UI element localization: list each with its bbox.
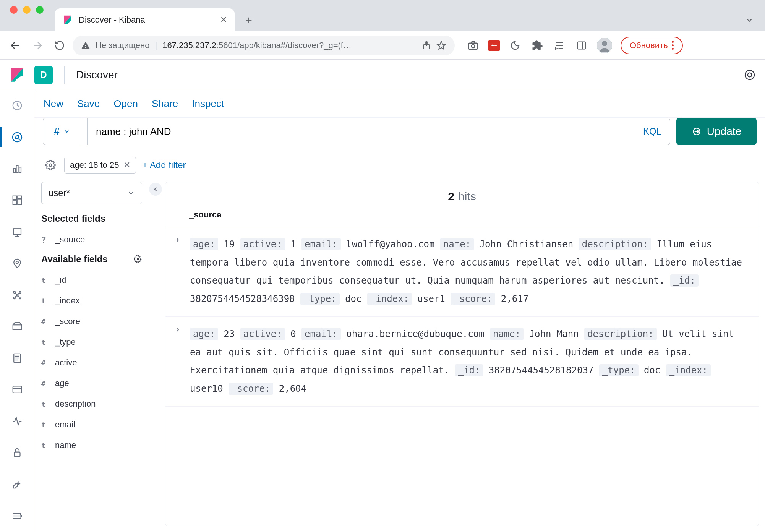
- nav-visualize-icon[interactable]: [8, 160, 26, 177]
- nav-dashboard-icon[interactable]: [8, 192, 26, 209]
- bookmark-star-icon[interactable]: [436, 41, 446, 50]
- space-switcher[interactable]: D: [34, 66, 53, 84]
- svg-point-35: [13, 291, 15, 293]
- column-header-source[interactable]: _source: [165, 204, 759, 227]
- expand-doc-icon[interactable]: [175, 325, 182, 398]
- kibana-favicon-icon: [63, 15, 73, 25]
- query-language-toggle[interactable]: KQL: [643, 126, 661, 137]
- query-input-wrapper[interactable]: KQL: [87, 118, 670, 145]
- field-name: _score: [55, 316, 80, 326]
- svg-point-22: [13, 133, 22, 142]
- field-item[interactable]: #age: [41, 373, 142, 394]
- filter-pill-age[interactable]: age: 18 to 25 ✕: [64, 157, 136, 174]
- nav-maps-icon[interactable]: [8, 255, 26, 272]
- field-item[interactable]: #_score: [41, 311, 142, 332]
- field-item[interactable]: tname: [41, 435, 142, 456]
- collapse-sidebar-button[interactable]: [149, 183, 162, 196]
- field-name: active: [55, 358, 77, 368]
- toolbar-inspect[interactable]: Inspect: [192, 98, 224, 110]
- add-filter-button[interactable]: + Add filter: [142, 160, 186, 170]
- nav-discover-icon[interactable]: [8, 129, 26, 146]
- svg-line-40: [15, 293, 16, 294]
- nav-logs-icon[interactable]: [8, 350, 26, 367]
- query-input[interactable]: [96, 126, 643, 138]
- field-type-icon: #: [41, 318, 50, 326]
- nav-recent-icon[interactable]: [8, 97, 26, 114]
- svg-rect-24: [13, 169, 15, 172]
- field-type-icon: t: [41, 297, 50, 305]
- fields-panel: user* Selected fields ?_source Available…: [34, 180, 149, 532]
- news-feed-icon[interactable]: [744, 69, 756, 81]
- query-bar: # KQL Update: [34, 118, 765, 152]
- browser-update-button[interactable]: Обновить: [621, 37, 683, 54]
- crescent-extension-icon[interactable]: [508, 39, 522, 52]
- fields-settings-icon[interactable]: [134, 255, 142, 263]
- kibana-logo-icon[interactable]: [0, 67, 34, 83]
- results-panel: 2hits _source age: 19 active: 1 email: l…: [165, 182, 759, 526]
- filter-bar: age: 18 to 25 ✕ + Add filter: [34, 157, 765, 180]
- toolbar-new[interactable]: New: [44, 98, 63, 110]
- tab-close-icon[interactable]: ✕: [220, 15, 227, 25]
- field-item[interactable]: t_index: [41, 290, 142, 311]
- profile-avatar[interactable]: [597, 38, 612, 53]
- field-item[interactable]: tdescription: [41, 394, 142, 414]
- expand-doc-icon[interactable]: [175, 235, 182, 308]
- nav-ml-icon[interactable]: [8, 286, 26, 303]
- field-type-icon: t: [41, 421, 50, 429]
- nav-siem-icon[interactable]: [8, 444, 26, 461]
- update-button[interactable]: Update: [676, 118, 757, 145]
- close-window-button[interactable]: [10, 6, 18, 14]
- not-secure-icon: [81, 41, 90, 50]
- reload-button[interactable]: [50, 36, 69, 55]
- nav-uptime-icon[interactable]: [8, 413, 26, 430]
- field-item[interactable]: t_type: [41, 332, 142, 352]
- remove-filter-icon[interactable]: ✕: [123, 160, 130, 170]
- filter-settings-icon[interactable]: [43, 157, 58, 173]
- nav-canvas-icon[interactable]: [8, 223, 26, 240]
- svg-line-43: [18, 296, 19, 297]
- browser-tab-strip: Discover - Kibana ✕: [0, 0, 765, 31]
- minimize-window-button[interactable]: [23, 6, 31, 14]
- field-item[interactable]: ?_source: [41, 229, 142, 250]
- back-button[interactable]: [6, 36, 24, 55]
- maximize-window-button[interactable]: [36, 6, 44, 14]
- reading-list-icon[interactable]: [553, 39, 566, 52]
- field-name: description: [55, 399, 96, 409]
- index-pattern-select[interactable]: user*: [41, 182, 142, 204]
- hits-count: 2hits: [165, 182, 759, 204]
- field-type-icon: #: [41, 380, 50, 388]
- toolbar-share[interactable]: Share: [152, 98, 178, 110]
- svg-point-20: [748, 73, 752, 77]
- nav-apm-icon[interactable]: [8, 381, 26, 398]
- url-text: 167.235.237.2:5601/app/kibana#/discover?…: [162, 41, 417, 50]
- nav-collapse-icon[interactable]: [8, 508, 26, 525]
- field-name: _source: [55, 235, 85, 245]
- nav-infrastructure-icon[interactable]: [8, 318, 26, 335]
- browser-menu-icon: [672, 41, 674, 50]
- svg-marker-23: [15, 135, 19, 139]
- forward-button[interactable]: [28, 36, 47, 55]
- field-item[interactable]: temail: [41, 414, 142, 435]
- side-panel-icon[interactable]: [575, 39, 588, 52]
- kibana-sidenav: [0, 90, 34, 532]
- selected-fields-heading: Selected fields: [41, 213, 142, 224]
- field-type-icon: t: [41, 400, 50, 408]
- doc-row: age: 19 active: 1 email: lwolff@yahoo.co…: [165, 227, 759, 317]
- field-item[interactable]: #active: [41, 352, 142, 373]
- doc-row: age: 23 active: 0 email: ohara.bernice@d…: [165, 317, 759, 407]
- share-icon[interactable]: [422, 41, 431, 50]
- extensions-puzzle-icon[interactable]: [530, 39, 544, 52]
- lastpass-extension-icon[interactable]: •••: [488, 40, 500, 51]
- browser-tab[interactable]: Discover - Kibana ✕: [55, 8, 235, 31]
- tabs-overflow-button[interactable]: [740, 11, 759, 30]
- new-tab-button[interactable]: [239, 11, 258, 30]
- camera-extension-icon[interactable]: [466, 39, 480, 52]
- toolbar-save[interactable]: Save: [77, 98, 100, 110]
- url-input[interactable]: Не защищено | 167.235.237.2:5601/app/kib…: [73, 36, 455, 55]
- field-item[interactable]: t_id: [41, 270, 142, 290]
- filter-options-button[interactable]: #: [43, 118, 81, 145]
- toolbar-open[interactable]: Open: [113, 98, 138, 110]
- svg-point-58: [137, 258, 139, 260]
- nav-devtools-icon[interactable]: [8, 476, 26, 493]
- svg-point-34: [16, 261, 18, 264]
